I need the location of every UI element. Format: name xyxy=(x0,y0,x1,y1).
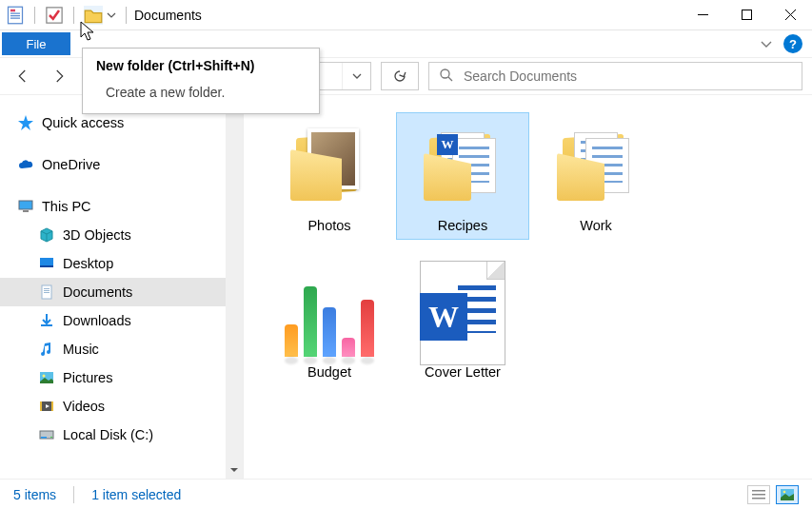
cloud-icon xyxy=(17,156,34,173)
desktop-icon xyxy=(38,255,55,272)
qat-dropdown-icon[interactable] xyxy=(105,6,118,25)
quick-access-toolbar xyxy=(6,6,118,25)
sidebar-item-label: Music xyxy=(63,342,99,357)
thumbnails-view-button[interactable] xyxy=(776,485,799,504)
svg-rect-10 xyxy=(23,210,29,212)
ribbon-expand-icon[interactable] xyxy=(755,32,778,55)
svg-rect-27 xyxy=(752,494,765,496)
svg-point-30 xyxy=(783,490,786,493)
svg-rect-7 xyxy=(742,10,751,20)
chart-icon xyxy=(282,265,377,361)
item-label: Cover Letter xyxy=(425,364,501,380)
search-input[interactable] xyxy=(464,69,792,84)
sidebar-item-pictures[interactable]: Pictures xyxy=(0,363,243,392)
svg-point-19 xyxy=(43,375,46,378)
svg-rect-15 xyxy=(44,290,50,291)
download-icon xyxy=(38,312,55,329)
disk-icon xyxy=(38,426,55,443)
scroll-down-icon[interactable] xyxy=(226,461,243,479)
sidebar-item-videos[interactable]: Videos xyxy=(0,392,243,421)
navigation-pane: Quick access OneDrive This PC 3D Objects… xyxy=(0,95,244,479)
status-item-selected: 1 item selected xyxy=(91,487,181,502)
sidebar-item-label: Local Disk (C:) xyxy=(63,427,153,442)
sidebar-item-label: OneDrive xyxy=(42,157,100,172)
new-folder-icon-button[interactable] xyxy=(84,6,103,25)
svg-rect-2 xyxy=(10,12,20,13)
sidebar-item-label: This PC xyxy=(42,199,91,214)
title-bar: Documents xyxy=(0,0,812,30)
sidebar-item-label: Documents xyxy=(63,284,132,300)
refresh-button[interactable] xyxy=(381,62,419,90)
properties-icon-button[interactable] xyxy=(6,6,25,25)
folder-photo-icon xyxy=(282,119,377,214)
svg-point-8 xyxy=(441,69,449,78)
status-item-count: 5 items xyxy=(13,487,56,502)
tooltip-body: Create a new folder. xyxy=(106,85,306,100)
item-recipes[interactable]: W Recipes xyxy=(396,112,529,240)
item-label: Photos xyxy=(307,218,350,233)
search-box[interactable] xyxy=(428,62,802,90)
close-button[interactable] xyxy=(768,0,812,30)
sidebar-item-onedrive[interactable]: OneDrive xyxy=(0,150,243,179)
help-button[interactable]: ? xyxy=(783,34,802,53)
svg-rect-14 xyxy=(44,288,50,289)
minimize-button[interactable] xyxy=(681,0,724,30)
item-label: Recipes xyxy=(438,218,487,233)
sidebar-item-documents[interactable]: Documents xyxy=(0,278,243,306)
document-icon xyxy=(38,284,55,301)
svg-rect-24 xyxy=(41,437,47,439)
sidebar-item-label: 3D Objects xyxy=(63,227,131,243)
svg-rect-1 xyxy=(10,9,15,11)
checkbox-icon-button[interactable] xyxy=(45,6,64,25)
sidebar-item-label: Videos xyxy=(63,399,105,414)
sidebar-item-local-disk[interactable]: Local Disk (C:) xyxy=(0,421,243,449)
file-tab[interactable]: File xyxy=(2,32,70,55)
address-dropdown-icon[interactable] xyxy=(342,63,370,89)
svg-rect-21 xyxy=(40,401,42,411)
sidebar-item-3d-objects[interactable]: 3D Objects xyxy=(0,221,243,249)
svg-rect-12 xyxy=(40,265,53,267)
sidebar-item-label: Quick access xyxy=(42,115,124,130)
sidebar-item-music[interactable]: Music xyxy=(0,335,243,363)
svg-rect-28 xyxy=(752,498,765,499)
video-icon xyxy=(38,398,55,415)
monitor-icon xyxy=(17,198,34,215)
item-label: Work xyxy=(580,218,612,233)
status-bar: 5 items 1 item selected xyxy=(0,479,812,509)
folder-docs-icon xyxy=(548,119,644,214)
item-cover-letter[interactable]: W Cover Letter xyxy=(396,259,529,386)
forward-button[interactable] xyxy=(46,63,72,89)
window-title: Documents xyxy=(134,8,202,23)
svg-rect-17 xyxy=(41,324,52,326)
tooltip-new-folder: New folder (Ctrl+Shift+N) Create a new f… xyxy=(82,48,320,114)
item-label: Budget xyxy=(307,364,351,380)
sidebar-item-label: Downloads xyxy=(63,313,131,328)
sidebar-scrollbar[interactable] xyxy=(226,95,243,479)
sidebar-item-desktop[interactable]: Desktop xyxy=(0,249,243,278)
search-icon xyxy=(439,68,454,86)
svg-point-25 xyxy=(50,437,52,439)
svg-rect-22 xyxy=(51,401,53,411)
svg-rect-9 xyxy=(19,201,32,209)
content-pane: Photos W Recipes xyxy=(244,95,812,479)
back-button[interactable] xyxy=(10,63,36,89)
sidebar-item-label: Pictures xyxy=(63,370,112,385)
cube-icon xyxy=(38,226,55,244)
maximize-button[interactable] xyxy=(724,0,768,30)
sidebar-item-this-pc[interactable]: This PC xyxy=(0,192,243,221)
svg-rect-16 xyxy=(44,292,50,293)
folder-docs-icon: W xyxy=(415,119,510,214)
details-view-button[interactable] xyxy=(747,485,770,504)
item-budget[interactable]: Budget xyxy=(263,259,396,386)
sidebar-item-downloads[interactable]: Downloads xyxy=(0,306,243,335)
word-doc-icon: W xyxy=(415,265,510,361)
svg-rect-6 xyxy=(698,14,708,15)
item-photos[interactable]: Photos xyxy=(263,112,396,240)
music-icon xyxy=(38,341,55,358)
sidebar-item-label: Desktop xyxy=(63,256,113,271)
tooltip-title: New folder (Ctrl+Shift+N) xyxy=(96,58,306,73)
svg-rect-4 xyxy=(10,17,20,18)
svg-rect-3 xyxy=(10,15,20,16)
star-icon xyxy=(17,114,34,131)
item-work[interactable]: Work xyxy=(529,112,663,240)
